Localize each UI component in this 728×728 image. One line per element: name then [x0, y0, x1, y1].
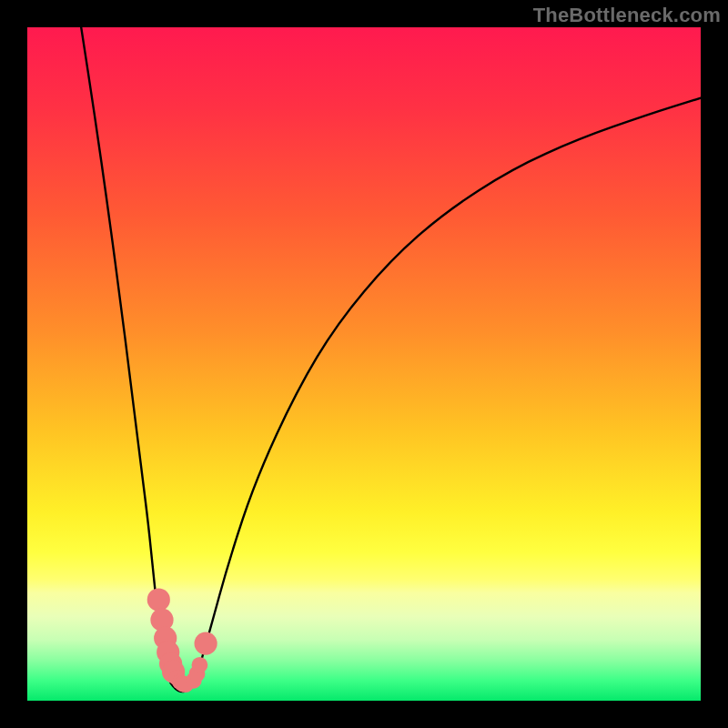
highlight-dot	[192, 657, 208, 673]
chart-frame	[27, 27, 701, 701]
highlight-dot	[195, 632, 217, 655]
highlight-dot	[147, 588, 170, 611]
bottleneck-chart	[27, 27, 701, 701]
attribution-text: TheBottleneck.com	[533, 4, 721, 27]
